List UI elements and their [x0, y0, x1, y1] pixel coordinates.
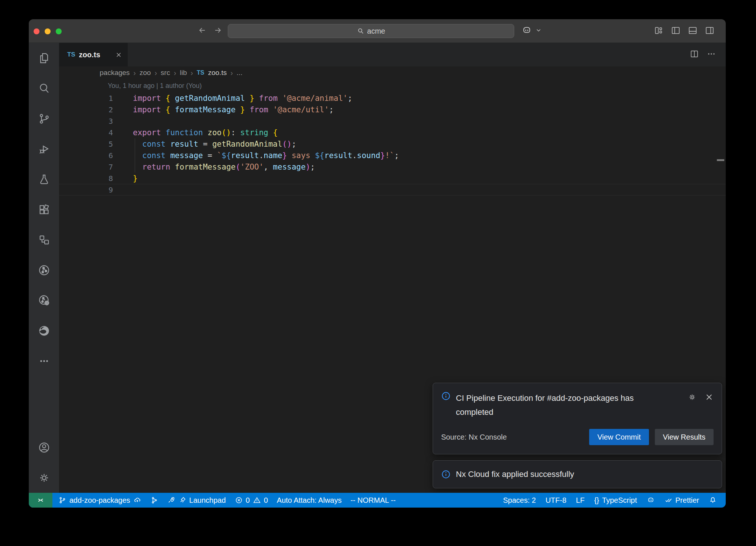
tab-close-icon[interactable]: [116, 52, 122, 58]
editor-more-actions-icon[interactable]: [707, 49, 716, 60]
zoom-window-button[interactable]: [56, 28, 62, 34]
line-number[interactable]: 3: [59, 117, 113, 126]
account-icon[interactable]: [29, 432, 59, 463]
info-icon: [441, 391, 451, 401]
problems-status-item[interactable]: 0 0: [235, 496, 268, 505]
auto-attach-status-item[interactable]: Auto Attach: Always: [277, 496, 342, 505]
remote-icon: [36, 496, 45, 505]
copilot-status-item[interactable]: [647, 496, 655, 504]
chevron-down-icon[interactable]: [535, 27, 542, 35]
encoding-status-item[interactable]: UTF-8: [546, 496, 567, 505]
git-branch-icon: [58, 496, 66, 504]
notification-pipeline: CI Pipeline Execution for #add-zoo-packa…: [433, 383, 722, 454]
line-number[interactable]: 1: [59, 94, 113, 103]
breadcrumb-separator: ›: [155, 69, 157, 77]
activity-bar: [29, 43, 59, 493]
breadcrumb-item[interactable]: packages: [100, 69, 130, 77]
split-editor-icon[interactable]: [690, 49, 699, 60]
branch-status-item[interactable]: add-zoo-packages: [58, 496, 141, 505]
status-bar: add-zoo-packages Launchpad 0 0 Auto Atta…: [29, 493, 726, 508]
testing-icon[interactable]: [29, 164, 59, 194]
breadcrumb-symbol-more[interactable]: ...: [237, 69, 243, 77]
indentation-status-item[interactable]: Spaces: 2: [503, 496, 536, 505]
line-number[interactable]: 5: [59, 140, 113, 149]
warnings-icon: [253, 496, 261, 504]
breadcrumb-separator: ›: [174, 69, 176, 77]
formatter-label: Prettier: [676, 496, 699, 505]
nx-cloud-icon[interactable]: [29, 285, 59, 315]
gitlens-blame-annotation: You, 1 hour ago | 1 author (You): [108, 82, 202, 90]
code-line: 6 const message = `${result.name} says $…: [59, 150, 726, 161]
close-window-button[interactable]: [34, 28, 39, 34]
code-line: 7 return formatMessage('ZOO', message);: [59, 161, 726, 173]
typescript-file-icon: TS: [67, 51, 75, 58]
customize-layout-icon[interactable]: [654, 25, 664, 37]
code-line: 9: [59, 184, 726, 195]
breadcrumb-item[interactable]: zoo: [140, 69, 151, 77]
breadcrumb-file[interactable]: zoo.ts: [208, 69, 227, 77]
branch-name: add-zoo-packages: [69, 496, 130, 505]
view-commit-button[interactable]: View Commit: [589, 429, 649, 445]
line-number[interactable]: 6: [59, 151, 113, 160]
overview-ruler-mark: [717, 159, 724, 161]
code-line: 2import { formatMessage } from '@acme/ut…: [59, 104, 726, 115]
search-sidebar-icon[interactable]: [29, 73, 59, 103]
info-icon: [441, 470, 451, 479]
language-label: TypeScript: [602, 496, 637, 505]
view-results-button[interactable]: View Results: [655, 429, 714, 445]
language-status-item[interactable]: {} TypeScript: [594, 496, 637, 505]
bell-icon: [709, 496, 717, 504]
forward-icon[interactable]: [213, 26, 222, 36]
line-number[interactable]: 7: [59, 163, 113, 171]
notification-settings-icon[interactable]: [688, 393, 697, 403]
tab-label: zoo.ts: [79, 51, 100, 59]
notifications-bell-item[interactable]: [709, 496, 717, 504]
source-control-icon[interactable]: [29, 103, 59, 134]
extensions-icon[interactable]: [29, 194, 59, 225]
command-center-search[interactable]: acme: [228, 24, 514, 38]
settings-gear-icon[interactable]: [29, 463, 59, 493]
typescript-file-icon: TS: [197, 69, 204, 76]
source-control-graph-item[interactable]: [150, 496, 158, 504]
toggle-primary-sidebar-icon[interactable]: [671, 25, 681, 37]
edge-browser-icon[interactable]: [29, 315, 59, 346]
toggle-panel-icon[interactable]: [688, 25, 698, 37]
double-check-icon: [664, 496, 673, 504]
tab-zoo-ts[interactable]: TS zoo.ts: [59, 43, 128, 66]
nx-console-icon[interactable]: [29, 225, 59, 255]
line-number[interactable]: 2: [59, 105, 113, 114]
eol-status-item[interactable]: LF: [576, 496, 584, 505]
remote-indicator[interactable]: [29, 493, 52, 508]
back-icon[interactable]: [198, 26, 207, 36]
line-number[interactable]: 4: [59, 128, 113, 137]
nx-graph-icon[interactable]: [29, 255, 59, 285]
breadcrumb-item[interactable]: lib: [180, 69, 187, 77]
breadcrumb-item[interactable]: src: [161, 69, 170, 77]
titlebar: acme: [29, 19, 726, 43]
line-number[interactable]: 9: [59, 185, 113, 194]
launchpad-status-item[interactable]: Launchpad: [167, 496, 226, 505]
notification-center: CI Pipeline Execution for #add-zoo-packa…: [433, 383, 722, 488]
notification-message: Nx Cloud fix applied successfully: [456, 470, 574, 479]
publish-cloud-icon: [133, 496, 141, 504]
breadcrumb-separator: ›: [133, 69, 136, 77]
more-views-icon[interactable]: [29, 346, 59, 376]
run-debug-icon[interactable]: [29, 134, 59, 164]
line-number[interactable]: 8: [59, 174, 113, 183]
vim-mode-status-item[interactable]: -- NORMAL --: [350, 496, 396, 505]
code-line: 1import { getRandomAnimal } from '@acme/…: [59, 92, 726, 104]
search-icon: [357, 27, 364, 35]
formatter-status-item[interactable]: Prettier: [664, 496, 699, 505]
copilot-icon[interactable]: [521, 25, 532, 37]
minimize-window-button[interactable]: [45, 28, 51, 34]
notification-close-icon[interactable]: [705, 393, 714, 403]
breadcrumb: packages›zoo›src›lib›TSzoo.ts›...: [59, 66, 726, 79]
copilot-icon: [647, 496, 655, 504]
errors-icon: [235, 496, 243, 504]
editor-tabs: TS zoo.ts: [59, 43, 726, 66]
explorer-icon[interactable]: [29, 43, 59, 73]
code-line: 3: [59, 115, 726, 127]
launchpad-label: Launchpad: [189, 496, 226, 505]
traffic-lights: [34, 28, 62, 34]
toggle-secondary-sidebar-icon[interactable]: [705, 25, 715, 37]
